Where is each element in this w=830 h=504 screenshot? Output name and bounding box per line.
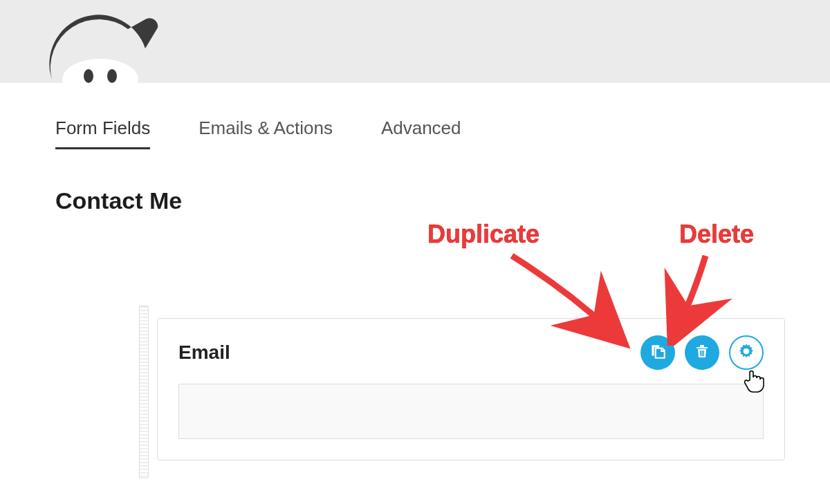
annotation-delete-label: Delete [679,220,754,249]
cursor-hand-icon [744,369,764,395]
annotation-arrow-duplicate [498,249,636,353]
annotation-duplicate-label: Duplicate [427,220,540,249]
top-bar [0,0,830,83]
tab-form-fields[interactable]: Form Fields [55,118,150,149]
annotation-arrow-delete [657,249,740,346]
form-title: Contact Me [0,160,830,214]
svg-point-1 [84,69,93,83]
drag-handle[interactable] [139,306,149,478]
field-label: Email [178,342,230,364]
tab-advanced[interactable]: Advanced [381,118,461,149]
ninja-logo-icon [42,0,159,93]
svg-rect-4 [701,351,703,356]
svg-rect-3 [700,351,701,356]
svg-rect-5 [703,351,705,356]
trash-icon [694,343,710,362]
svg-point-6 [744,348,749,354]
svg-point-2 [107,69,117,83]
svg-point-0 [62,59,138,90]
email-field-input[interactable] [178,384,764,439]
tab-emails-actions[interactable]: Emails & Actions [199,118,333,149]
tabs-nav: Form Fields Emails & Actions Advanced [0,83,830,160]
